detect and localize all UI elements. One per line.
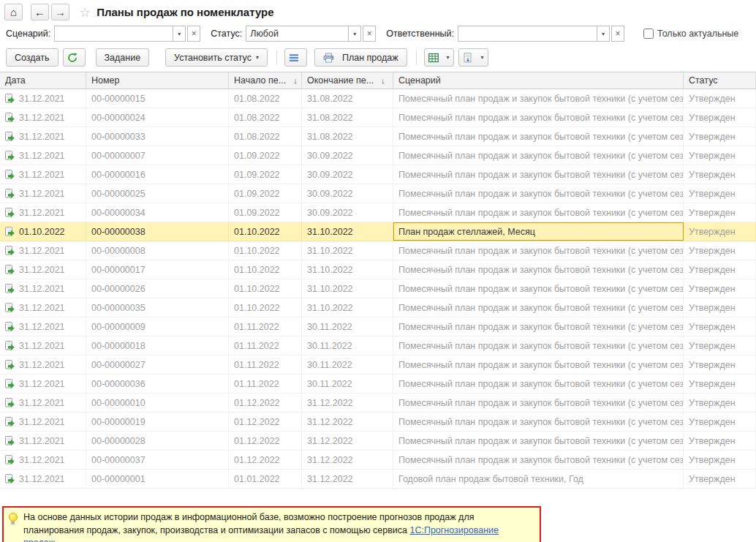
- table-row[interactable]: 31.12.202100-0000002601.10.202231.10.202…: [0, 279, 756, 298]
- scenario-dropdown-button[interactable]: ▾: [173, 26, 186, 42]
- column-header-start[interactable]: Начало пе...↓: [229, 72, 302, 89]
- favorite-star-icon[interactable]: ☆: [79, 4, 91, 20]
- cell-date-text: 31.12.2021: [19, 322, 65, 332]
- cell-start: 01.11.2022: [229, 317, 302, 336]
- table-row[interactable]: 31.12.202100-0000001901.12.202231.12.202…: [0, 413, 756, 432]
- table-row[interactable]: 01.10.202200-0000003801.10.202231.10.202…: [0, 222, 756, 241]
- status-dropdown-button[interactable]: ▾: [348, 26, 361, 42]
- chevron-down-icon: ▾: [178, 31, 181, 37]
- cell-number: 00-00000019: [86, 413, 229, 431]
- column-label: Окончание пе...: [307, 75, 374, 86]
- sort-indicator-icon: ↓: [381, 76, 385, 85]
- cell-number: 00-00000038: [86, 222, 229, 241]
- cell-date: 31.12.2021: [0, 317, 86, 336]
- task-button[interactable]: Задание: [96, 48, 150, 67]
- only-actual-checkbox[interactable]: [643, 29, 654, 39]
- responsible-dropdown-button[interactable]: ▾: [597, 26, 610, 42]
- table-row[interactable]: 31.12.202100-0000002401.08.202231.08.202…: [0, 108, 756, 127]
- cell-date-text: 01.10.2022: [19, 227, 65, 237]
- cell-number: 00-00000027: [86, 355, 229, 374]
- table-body: 31.12.202100-0000001501.08.202231.08.202…: [0, 89, 756, 489]
- cell-number: 00-00000037: [86, 451, 229, 469]
- create-button-label: Создать: [15, 53, 50, 63]
- set-status-button[interactable]: Установить статус ▾: [165, 48, 268, 67]
- table-row[interactable]: 31.12.202100-0000001601.09.202230.09.202…: [0, 165, 756, 184]
- close-icon: ×: [615, 29, 620, 39]
- scenario-filter-input[interactable]: [54, 26, 173, 42]
- cell-date: 31.12.2021: [0, 241, 86, 260]
- table-row[interactable]: 31.12.202100-0000000101.01.202231.12.202…: [0, 470, 756, 489]
- status-filter-input[interactable]: [246, 26, 348, 42]
- table-row[interactable]: 31.12.202100-0000001001.12.202231.12.202…: [0, 394, 756, 413]
- cell-start: 01.08.2022: [229, 89, 302, 108]
- cell-end: 31.12.2022: [302, 413, 393, 431]
- cell-status: Утвержден: [684, 222, 756, 241]
- cell-start: 01.10.2022: [229, 241, 302, 260]
- export-table-button[interactable]: ▾: [424, 48, 454, 67]
- cell-status: Утвержден: [684, 451, 756, 469]
- report-list-button[interactable]: [284, 48, 307, 67]
- cell-status: Утвержден: [684, 127, 756, 146]
- column-header-scenario[interactable]: Сценарий: [393, 72, 684, 89]
- cell-scenario: Помесячный план продаж и закупок бытовой…: [393, 127, 684, 146]
- only-actual-label[interactable]: Только актуальные: [657, 29, 738, 39]
- cell-date: 31.12.2021: [0, 451, 86, 469]
- table-row[interactable]: 31.12.202100-0000003501.10.202231.10.202…: [0, 298, 756, 317]
- table-row[interactable]: 31.12.202100-0000001701.10.202231.10.202…: [0, 260, 756, 279]
- column-header-status[interactable]: Статус: [684, 72, 756, 89]
- copy-refresh-icon: [67, 53, 78, 63]
- cell-scenario: Помесячный план продаж и закупок бытовой…: [393, 451, 684, 469]
- more-actions-button[interactable]: ▾: [458, 48, 488, 67]
- column-label: Сценарий: [398, 75, 441, 86]
- back-button[interactable]: ←: [31, 4, 49, 20]
- cell-end: 30.11.2022: [302, 355, 393, 374]
- cell-status: Утвержден: [684, 470, 756, 488]
- status-clear-button[interactable]: ×: [363, 26, 376, 42]
- cell-date: 31.12.2021: [0, 413, 86, 431]
- table-row[interactable]: 31.12.202100-0000000801.10.202231.10.202…: [0, 241, 756, 260]
- table-row[interactable]: 31.12.202100-0000003301.08.202231.08.202…: [0, 127, 756, 146]
- cell-start: 01.10.2022: [229, 222, 302, 241]
- table-row[interactable]: 31.12.202100-0000003601.11.202230.11.202…: [0, 374, 756, 394]
- document-icon: [5, 113, 15, 122]
- column-header-end[interactable]: Окончание пе...↓: [302, 72, 393, 89]
- responsible-filter-input[interactable]: [458, 26, 597, 42]
- cell-date: 31.12.2021: [0, 127, 86, 146]
- table-row[interactable]: 31.12.202100-0000000701.09.202230.09.202…: [0, 146, 756, 165]
- cell-start: 01.09.2022: [229, 165, 302, 184]
- cell-date: 31.12.2021: [0, 355, 86, 374]
- forward-button[interactable]: →: [51, 4, 69, 20]
- home-button[interactable]: ⌂: [4, 4, 23, 20]
- responsible-clear-button[interactable]: ×: [611, 26, 624, 42]
- forward-arrow-icon: →: [55, 6, 66, 18]
- cell-date: 31.12.2021: [0, 165, 86, 184]
- copy-button[interactable]: [63, 48, 86, 67]
- table-row[interactable]: 31.12.202100-0000003701.12.202231.12.202…: [0, 451, 756, 470]
- cell-status: Утвержден: [684, 432, 756, 450]
- table-row[interactable]: 31.12.202100-0000000901.11.202230.11.202…: [0, 317, 756, 336]
- table-row[interactable]: 31.12.202100-0000001501.08.202231.08.202…: [0, 89, 756, 108]
- scenario-clear-button[interactable]: ×: [187, 26, 200, 42]
- cell-date-text: 31.12.2021: [19, 417, 65, 427]
- close-icon: ×: [367, 29, 372, 39]
- column-label: Начало пе...: [234, 75, 286, 86]
- document-icon: [5, 151, 15, 160]
- cell-end: 31.10.2022: [302, 260, 393, 279]
- table-row[interactable]: 31.12.202100-0000003401.09.202230.09.202…: [0, 203, 756, 222]
- table-row[interactable]: 31.12.202100-0000002801.12.202231.12.202…: [0, 432, 756, 451]
- column-header-number[interactable]: Номер: [86, 72, 229, 89]
- create-button[interactable]: Создать: [6, 48, 58, 67]
- table-row[interactable]: 31.12.202100-0000001801.11.202230.11.202…: [0, 336, 756, 355]
- cell-status: Утвержден: [684, 317, 756, 336]
- cell-end: 31.10.2022: [302, 241, 393, 260]
- column-header-date[interactable]: Дата: [0, 72, 86, 89]
- titlebar: ⌂ ← → ☆ Планы продаж по номенклатуре: [0, 0, 756, 22]
- document-icon: [5, 360, 15, 369]
- table-row[interactable]: 31.12.202100-0000002501.09.202230.09.202…: [0, 184, 756, 203]
- table-row[interactable]: 31.12.202100-0000002701.11.202230.11.202…: [0, 355, 756, 374]
- document-icon: [5, 227, 15, 236]
- cell-scenario: Помесячный план продаж и закупок бытовой…: [393, 279, 684, 298]
- only-actual-checkbox-wrap[interactable]: Только актуальные: [643, 29, 738, 39]
- document-icon: [5, 189, 15, 198]
- sales-plan-button[interactable]: План продаж: [314, 48, 407, 67]
